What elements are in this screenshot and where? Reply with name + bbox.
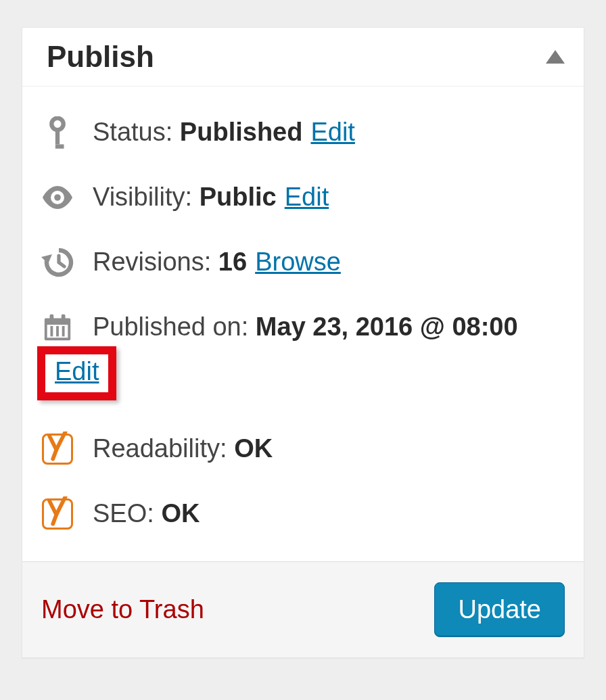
svg-rect-12	[62, 326, 65, 336]
move-to-trash-link[interactable]: Move to Trash	[41, 595, 204, 624]
revisions-label: Revisions:	[93, 246, 211, 279]
published-row: Published on: May 23, 2016 @ 08:00 Edit	[41, 311, 565, 400]
visibility-value: Public	[200, 181, 277, 214]
yoast-icon	[41, 498, 74, 530]
published-value: May 23, 2016 @ 08:00	[256, 311, 518, 344]
status-value: Published	[180, 116, 303, 149]
seo-value: OK	[161, 498, 200, 530]
status-row: Status: Published Edit	[41, 116, 565, 149]
panel-body: Status: Published Edit Visibility: Publi…	[22, 87, 584, 561]
svg-rect-10	[50, 326, 53, 336]
visibility-edit-link[interactable]: Edit	[285, 181, 329, 214]
status-edit-link[interactable]: Edit	[310, 116, 354, 149]
panel-footer: Move to Trash Update	[22, 561, 584, 657]
key-icon	[41, 116, 74, 149]
seo-row: SEO: OK	[41, 498, 565, 530]
revisions-browse-link[interactable]: Browse	[255, 246, 341, 279]
svg-rect-2	[55, 144, 64, 148]
svg-rect-9	[62, 314, 66, 323]
readability-value: OK	[234, 433, 273, 465]
svg-rect-8	[50, 314, 54, 323]
svg-rect-11	[56, 326, 59, 336]
panel-title: Publish	[47, 40, 154, 74]
readability-row: Readability: OK	[41, 433, 565, 465]
svg-point-0	[51, 118, 63, 130]
panel-header[interactable]: Publish	[22, 28, 584, 87]
revisions-row: Revisions: 16 Browse	[41, 246, 565, 279]
yoast-icon	[41, 433, 74, 465]
published-edit-link[interactable]: Edit	[55, 357, 99, 386]
visibility-label: Visibility:	[93, 181, 192, 214]
visibility-row: Visibility: Public Edit	[41, 181, 565, 214]
update-button[interactable]: Update	[434, 582, 565, 637]
eye-icon	[41, 181, 74, 214]
published-label: Published on:	[93, 311, 248, 344]
history-icon	[41, 246, 74, 279]
status-label: Status:	[93, 116, 172, 149]
readability-label: Readability:	[93, 433, 227, 465]
seo-label: SEO:	[93, 498, 154, 530]
edit-highlight: Edit	[37, 346, 116, 400]
publish-panel: Publish Status: Published Edit	[22, 27, 584, 658]
svg-rect-1	[55, 129, 60, 144]
collapse-up-icon	[546, 50, 565, 64]
svg-point-4	[54, 194, 61, 201]
svg-marker-5	[41, 254, 52, 264]
revisions-count: 16	[218, 246, 247, 279]
calendar-icon	[41, 311, 74, 344]
